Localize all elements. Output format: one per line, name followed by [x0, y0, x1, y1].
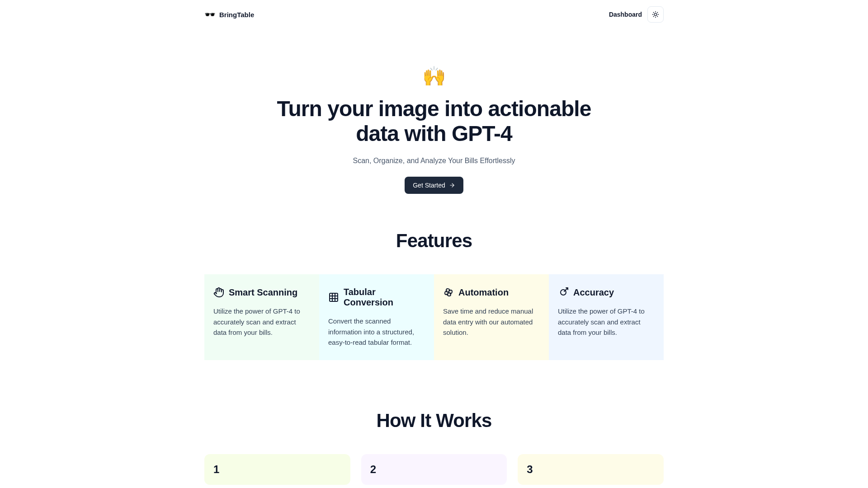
feature-header: Tabular Conversion [328, 287, 425, 308]
grid-icon [328, 292, 339, 303]
fan-icon [443, 287, 454, 298]
feature-card-accuracy: Accuracy Utilize the power of GPT-4 to a… [549, 274, 664, 360]
feature-desc: Utilize the power of GPT-4 to accurately… [558, 306, 655, 338]
step-number: 1 [213, 463, 341, 476]
feature-title: Accuracy [573, 287, 614, 298]
sun-icon [652, 11, 659, 18]
how-it-works-heading: How It Works [0, 410, 868, 432]
feature-desc: Utilize the power of GPT-4 to accurately… [213, 306, 310, 338]
step-number: 2 [370, 463, 498, 476]
how-step-2: 2 [361, 454, 507, 485]
svg-line-3 [653, 12, 654, 13]
step-number: 3 [527, 463, 655, 476]
logo-text: BringTable [219, 11, 254, 19]
feature-header: Accuracy [558, 287, 655, 298]
hero-title: Turn your image into actionable data wit… [276, 96, 592, 146]
header: 🕶️ BringTable Dashboard [204, 0, 664, 29]
feature-desc: Save time and reduce manual data entry w… [443, 306, 540, 338]
feature-card-smart-scanning: Smart Scanning Utilize the power of GPT-… [204, 274, 319, 360]
pointer-icon [213, 287, 224, 298]
get-started-button[interactable]: Get Started [405, 177, 463, 194]
target-icon [558, 287, 569, 298]
feature-card-automation: Automation Save time and reduce manual d… [434, 274, 549, 360]
svg-point-0 [654, 13, 656, 15]
feature-card-tabular-conversion: Tabular Conversion Convert the scanned i… [319, 274, 434, 360]
feature-desc: Convert the scanned information into a s… [328, 316, 425, 347]
how-step-3: 3 [518, 454, 664, 485]
features-grid: Smart Scanning Utilize the power of GPT-… [204, 274, 664, 360]
svg-line-8 [657, 12, 658, 13]
feature-header: Smart Scanning [213, 287, 310, 298]
theme-toggle-button[interactable] [647, 6, 664, 23]
glasses-icon: 🕶️ [204, 9, 216, 20]
hero-subtitle: Scan, Organize, and Analyze Your Bills E… [0, 157, 868, 165]
arrow-right-icon [449, 182, 455, 188]
svg-rect-10 [330, 293, 338, 301]
header-right: Dashboard [609, 6, 664, 23]
cta-label: Get Started [413, 182, 445, 189]
raising-hands-icon: 🙌 [0, 65, 868, 87]
svg-line-7 [653, 16, 654, 17]
feature-title: Smart Scanning [229, 287, 297, 298]
dashboard-link[interactable]: Dashboard [609, 11, 642, 18]
feature-title: Tabular Conversion [344, 287, 425, 308]
features-heading: Features [0, 230, 868, 252]
feature-header: Automation [443, 287, 540, 298]
logo-group[interactable]: 🕶️ BringTable [204, 9, 254, 20]
svg-line-4 [657, 16, 658, 17]
how-it-works-grid: 1 2 3 [204, 454, 664, 485]
how-step-1: 1 [204, 454, 350, 485]
hero-section: 🙌 Turn your image into actionable data w… [0, 29, 868, 194]
feature-title: Automation [458, 287, 509, 298]
